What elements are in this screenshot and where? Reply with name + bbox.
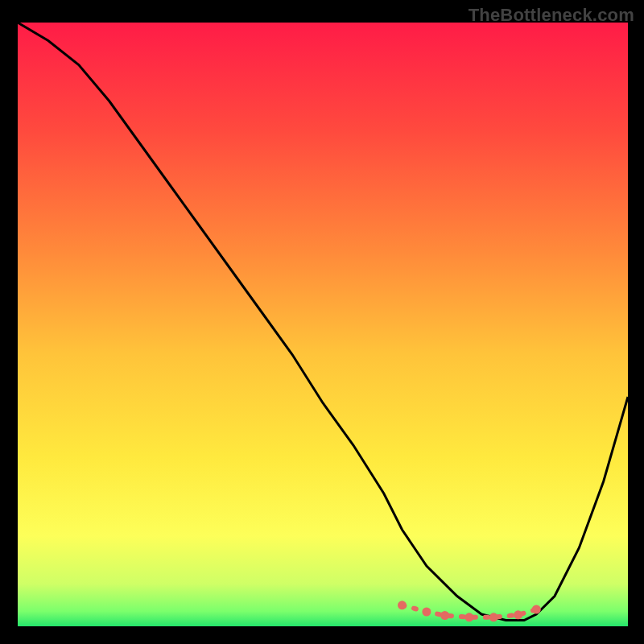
bottleneck-chart [18, 23, 628, 626]
watermark-text: TheBottleneck.com [469, 5, 634, 26]
highlight-dot [532, 605, 541, 614]
plot-area [18, 23, 628, 626]
highlight-dot [422, 608, 431, 617]
highlight-dot [514, 610, 522, 619]
gradient-background [18, 23, 628, 626]
chart-stage: TheBottleneck.com [0, 0, 644, 644]
highlight-dot [489, 613, 498, 621]
highlight-dot [440, 611, 449, 620]
highlight-dot [398, 601, 407, 609]
highlight-dot [464, 613, 473, 621]
